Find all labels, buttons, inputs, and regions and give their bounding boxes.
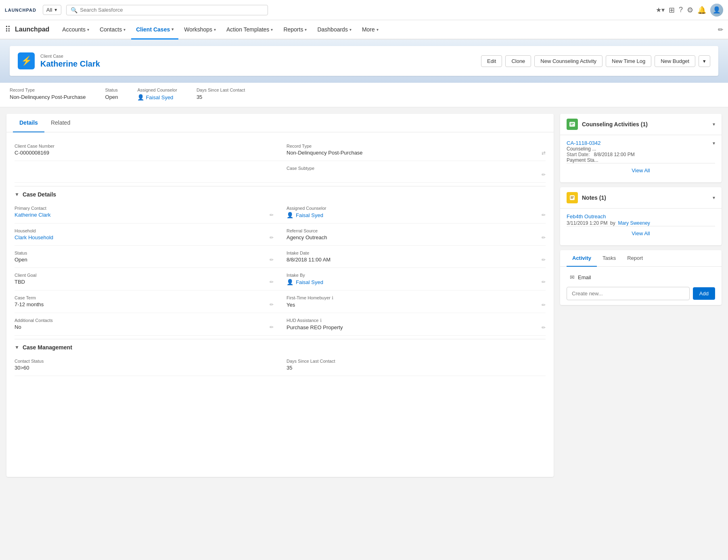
tab-related[interactable]: Related <box>44 114 77 132</box>
email-icon: ✉ <box>570 274 575 280</box>
household-link[interactable]: Clark Household <box>15 234 53 240</box>
case-subtype-label: Case Subtype <box>287 166 546 171</box>
field-row-case-term: Case Term 7-12 months ✏ First-Time Homeb… <box>15 290 546 313</box>
notes-chevron[interactable]: ▾ <box>713 195 715 201</box>
field-case-term: Case Term 7-12 months ✏ <box>15 295 274 308</box>
counselor-link[interactable]: 👤 Faisal Syed <box>137 94 177 100</box>
counseling-activity-item: CA-1118-0342 ▾ Counseling ... Start Date… <box>567 140 715 163</box>
favorites-icon[interactable]: ★▾ <box>656 6 665 14</box>
email-label: Email <box>578 274 591 280</box>
field-intake-by: Intake By 👤 Faisal Syed ✏ <box>287 273 546 285</box>
note-author[interactable]: Mary Sweeney <box>618 220 650 226</box>
help-icon[interactable]: ? <box>679 6 683 14</box>
primary-contact-link[interactable]: Katherine Clark <box>15 212 51 218</box>
hud-info-icon: ℹ <box>320 318 322 323</box>
nav-item-client-cases[interactable]: Client Cases ▾ <box>131 20 178 40</box>
first-time-homebuyer-edit[interactable]: ✏ <box>542 302 546 308</box>
settings-icon[interactable]: ⚙ <box>687 6 693 15</box>
household-edit[interactable]: ✏ <box>270 235 274 240</box>
chevron-down-icon: ▾ <box>271 27 273 32</box>
top-right-icons: ★▾ ⊞ ? ⚙ 🔔 👤 <box>656 4 723 17</box>
nav-item-accounts[interactable]: Accounts ▾ <box>57 20 94 40</box>
client-goal-edit[interactable]: ✏ <box>270 279 274 285</box>
case-term-edit[interactable]: ✏ <box>270 302 274 307</box>
notifications-icon[interactable]: 🔔 <box>697 6 706 15</box>
notes-view-all[interactable]: View All <box>567 226 715 240</box>
counselor-edit[interactable]: ✏ <box>542 212 546 218</box>
days-since-value: 35 <box>287 365 546 371</box>
all-dropdown[interactable]: All ▼ <box>43 5 61 15</box>
record-title-area: ⚡ Client Case Katherine Clark <box>18 52 100 69</box>
activity-card: Activity Tasks Report ✉ Email Add <box>560 250 722 305</box>
case-management-title: Case Management <box>23 344 72 351</box>
nav-item-more[interactable]: More ▾ <box>357 20 383 40</box>
more-actions-button[interactable]: ▾ <box>699 55 710 67</box>
nav-item-reports[interactable]: Reports ▾ <box>278 20 312 40</box>
assigned-counselor-link[interactable]: Faisal Syed <box>296 212 323 218</box>
counseling-chevron[interactable]: ▾ <box>713 121 715 127</box>
new-time-log-button[interactable]: New Time Log <box>606 55 651 67</box>
counseling-activities-card: Counseling Activities (1) ▾ CA-1118-0342… <box>560 114 722 182</box>
tab-tasks[interactable]: Tasks <box>597 250 621 267</box>
create-new-input[interactable] <box>567 287 690 300</box>
intake-date-edit[interactable]: ✏ <box>542 257 546 263</box>
edit-button[interactable]: Edit <box>481 55 502 67</box>
chevron-down-icon: ▾ <box>172 27 174 31</box>
record-type-label-detail: Record Type <box>287 144 546 148</box>
search-input[interactable] <box>80 7 264 13</box>
nav-edit-icon[interactable]: ✏ <box>718 26 723 33</box>
new-counseling-button[interactable]: New Counseling Activity <box>534 55 602 67</box>
first-time-homebuyer-label: First-Time Homebuyer ℹ <box>287 295 546 301</box>
new-budget-button[interactable]: New Budget <box>655 55 695 67</box>
add-button[interactable]: Add <box>693 287 715 300</box>
counseling-icon <box>567 119 578 130</box>
case-management-toggle[interactable]: ▼ <box>15 345 19 350</box>
search-icon: 🔍 <box>71 7 77 13</box>
nav-bar: ⠿ Launchpad Accounts ▾ Contacts ▾ Client… <box>0 20 728 40</box>
primary-contact-value: Katherine Clark ✏ <box>15 212 274 218</box>
nav-item-dashboards[interactable]: Dashboards ▾ <box>312 20 356 40</box>
field-row-client-goal: Client Goal TBD ✏ Intake By 👤 Faisal Sye… <box>15 268 546 290</box>
user-avatar[interactable]: 👤 <box>710 4 723 17</box>
field-contact-status: Contact Status 30>60 <box>15 359 274 371</box>
additional-contacts-label: Additional Contacts <box>15 318 274 323</box>
field-row-contact-status: Contact Status 30>60 Days Since Last Con… <box>15 354 546 376</box>
activity-body: ✉ Email Add <box>560 267 722 305</box>
add-icon[interactable]: ⊞ <box>669 6 675 15</box>
counseling-view-all[interactable]: View All <box>567 163 715 178</box>
ca-id-link[interactable]: CA-1118-0342 <box>567 140 601 146</box>
chevron-down-icon: ▾ <box>305 27 307 32</box>
email-button[interactable]: ✉ Email <box>567 272 715 283</box>
chevron-down-icon: ▾ <box>214 27 216 32</box>
intake-by-edit[interactable]: ✏ <box>542 279 546 285</box>
nav-item-action-templates[interactable]: Action Templates ▾ <box>222 20 278 40</box>
additional-contacts-edit[interactable]: ✏ <box>270 324 274 330</box>
case-subtype-edit-icon[interactable]: ✏ <box>542 172 546 178</box>
svg-rect-3 <box>570 195 575 200</box>
tab-details[interactable]: Details <box>13 114 44 132</box>
intake-by-link[interactable]: Faisal Syed <box>296 279 323 285</box>
nav-item-workshops[interactable]: Workshops ▾ <box>179 20 221 40</box>
assigned-counselor-label: Assigned Counselor <box>287 206 546 211</box>
referral-edit[interactable]: ✏ <box>542 235 546 240</box>
field-empty <box>15 166 274 178</box>
field-row-additional-contacts: Additional Contacts No ✏ HUD Assistance … <box>15 313 546 336</box>
status-edit[interactable]: ✏ <box>270 257 274 263</box>
note-title-link[interactable]: Feb4th Outreach <box>567 213 715 219</box>
ca-item-chevron[interactable]: ▾ <box>713 140 715 146</box>
tab-report[interactable]: Report <box>621 250 649 267</box>
days-value: 35 <box>197 94 245 100</box>
app-launcher-icon[interactable]: ⠿ <box>5 25 11 34</box>
record-type-edit-icon[interactable]: ⇄ <box>542 150 546 156</box>
case-details-toggle[interactable]: ▼ <box>15 192 19 197</box>
primary-contact-edit[interactable]: ✏ <box>270 212 274 218</box>
chevron-down-icon: ▾ <box>123 27 126 32</box>
field-case-subtype: Case Subtype ✏ <box>287 166 546 178</box>
notes-card: Notes (1) ▾ Feb4th Outreach 3/11/2019 1:… <box>560 187 722 245</box>
clone-button[interactable]: Clone <box>505 55 531 67</box>
hud-assistance-edit[interactable]: ✏ <box>542 325 546 330</box>
notes-body: Feb4th Outreach 3/11/2019 1:20 PM by Mar… <box>560 209 722 245</box>
record-actions: Edit Clone New Counseling Activity New T… <box>481 55 710 67</box>
nav-item-contacts[interactable]: Contacts ▾ <box>95 20 130 40</box>
tab-activity[interactable]: Activity <box>567 250 597 267</box>
